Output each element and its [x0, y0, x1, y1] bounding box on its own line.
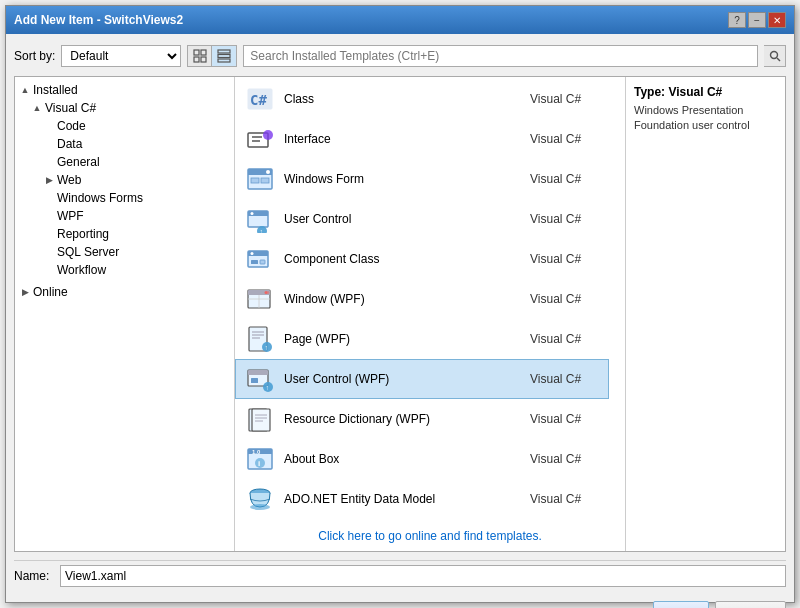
template-item-user-control[interactable]: ↑ User Control Visual C#: [235, 199, 609, 239]
info-description: Windows Presentation Foundation user con…: [634, 103, 777, 134]
template-item-window-wpf[interactable]: Window (WPF) Visual C#: [235, 279, 609, 319]
info-type: Type: Visual C#: [634, 85, 777, 99]
name-bar: Name:: [14, 560, 786, 591]
template-winform-lang: Visual C#: [530, 172, 600, 186]
template-item-component[interactable]: Component Class Visual C#: [235, 239, 609, 279]
sidebar-item-online[interactable]: ▶ Online: [15, 283, 234, 301]
sidebar-code-label: Code: [57, 119, 86, 133]
svg-rect-5: [218, 55, 230, 58]
sidebar-visualcs-label: Visual C#: [45, 101, 96, 115]
sidebar-item-reporting[interactable]: Reporting: [15, 225, 234, 243]
sidebar-item-installed[interactable]: ▲ Installed: [15, 81, 234, 99]
sidebar-item-web[interactable]: ▶ Web: [15, 171, 234, 189]
svg-text:C#: C#: [250, 92, 267, 108]
svg-rect-43: [248, 370, 268, 375]
sidebar-item-code[interactable]: Code: [15, 117, 234, 135]
template-page-wpf-icon: ↑: [244, 323, 276, 355]
cancel-button[interactable]: Cancel: [715, 601, 786, 608]
svg-rect-29: [260, 260, 265, 264]
online-link-container: Click here to go online and find templat…: [235, 521, 625, 551]
template-adonet-name: ADO.NET Entity Data Model: [284, 492, 522, 506]
template-adonet-lang: Visual C#: [530, 492, 600, 506]
sidebar-item-wpf[interactable]: WPF: [15, 207, 234, 225]
name-input[interactable]: [60, 565, 786, 587]
template-item-user-control-wpf[interactable]: ↑ User Control (WPF) Visual C#: [235, 359, 609, 399]
template-item-adonet[interactable]: ADO.NET Entity Data Model Visual C#: [235, 479, 609, 519]
minimize-button[interactable]: −: [748, 12, 766, 28]
sidebar-workflow-label: Workflow: [57, 263, 106, 277]
template-window-wpf-icon: [244, 283, 276, 315]
search-input[interactable]: [243, 45, 758, 67]
sidebar-reporting-label: Reporting: [57, 227, 109, 241]
svg-rect-28: [251, 260, 258, 264]
main-area: ▲ Installed ▲ Visual C# Code Data: [14, 76, 786, 552]
dialog-content: Sort by: Default: [6, 34, 794, 608]
search-button[interactable]: [764, 45, 786, 67]
svg-text:↑: ↑: [265, 344, 269, 351]
close-button[interactable]: ✕: [768, 12, 786, 28]
svg-point-59: [250, 504, 270, 510]
grid-view-button[interactable]: [188, 46, 212, 66]
svg-point-22: [251, 212, 254, 215]
title-bar-buttons: ? − ✕: [728, 12, 786, 28]
sidebar-web-label: Web: [57, 173, 81, 187]
sidebar-item-sql-server[interactable]: SQL Server: [15, 243, 234, 261]
svg-rect-1: [201, 50, 206, 55]
svg-point-17: [266, 170, 270, 174]
template-component-name: Component Class: [284, 252, 522, 266]
help-button[interactable]: ?: [728, 12, 746, 28]
sidebar-item-general[interactable]: General: [15, 153, 234, 171]
svg-rect-6: [218, 59, 230, 62]
online-templates-link[interactable]: Click here to go online and find templat…: [318, 529, 541, 543]
sidebar-online-label: Online: [33, 285, 68, 299]
svg-point-7: [770, 52, 777, 59]
action-buttons: Add Cancel: [14, 597, 786, 608]
template-component-icon: [244, 243, 276, 275]
sort-select[interactable]: Default: [61, 45, 181, 67]
template-class-name: Class: [284, 92, 522, 106]
top-bar: Sort by: Default: [14, 42, 786, 70]
sidebar-installed-label: Installed: [33, 83, 78, 97]
template-resource-dict-icon: [244, 403, 276, 435]
template-adonet-icon: [244, 483, 276, 515]
sidebar-data-label: Data: [57, 137, 82, 151]
svg-line-8: [777, 58, 780, 61]
template-window-wpf-lang: Visual C#: [530, 292, 600, 306]
info-panel: Type: Visual C# Windows Presentation Fou…: [625, 77, 785, 551]
template-interface-name: Interface: [284, 132, 522, 146]
template-item-interface[interactable]: Interface Visual C#: [235, 119, 609, 159]
template-window-wpf-name: Window (WPF): [284, 292, 522, 306]
svg-point-35: [267, 291, 270, 294]
info-type-label: Type:: [634, 85, 665, 99]
template-component-lang: Visual C#: [530, 252, 600, 266]
add-button[interactable]: Add: [653, 601, 708, 608]
svg-point-12: [263, 130, 273, 140]
add-new-item-dialog: Add New Item - SwitchViews2 ? − ✕ Sort b…: [5, 5, 795, 603]
template-item-page-wpf[interactable]: ↑ Page (WPF) Visual C#: [235, 319, 609, 359]
template-page-wpf-name: Page (WPF): [284, 332, 522, 346]
view-toggle: [187, 45, 237, 67]
template-list-area: C# Class Visual C#: [235, 77, 625, 551]
expand-visualcs-icon: ▲: [31, 103, 43, 113]
sidebar-item-visual-cs[interactable]: ▲ Visual C#: [15, 99, 234, 117]
sidebar-item-windows-forms[interactable]: Windows Forms: [15, 189, 234, 207]
svg-text:↑: ↑: [260, 228, 264, 233]
svg-rect-48: [252, 409, 270, 431]
template-list: C# Class Visual C#: [235, 77, 625, 521]
list-view-button[interactable]: [212, 46, 236, 66]
sidebar-item-workflow[interactable]: Workflow: [15, 261, 234, 279]
template-item-about-box[interactable]: 1.0 i About Box Visual C#: [235, 439, 609, 479]
template-usercontrol-icon: ↑: [244, 203, 276, 235]
sidebar-general-label: General: [57, 155, 100, 169]
sidebar-item-data[interactable]: Data: [15, 135, 234, 153]
template-item-windows-form[interactable]: Windows Form Visual C#: [235, 159, 609, 199]
template-item-class[interactable]: C# Class Visual C#: [235, 79, 609, 119]
svg-text:1.0: 1.0: [252, 449, 261, 455]
expand-online-icon: ▶: [19, 287, 31, 297]
template-item-resource-dict[interactable]: Resource Dictionary (WPF) Visual C#: [235, 399, 609, 439]
sidebar-sql-label: SQL Server: [57, 245, 119, 259]
svg-rect-19: [261, 178, 269, 183]
template-about-box-icon: 1.0 i: [244, 443, 276, 475]
svg-rect-0: [194, 50, 199, 55]
sort-by-label: Sort by:: [14, 49, 55, 63]
